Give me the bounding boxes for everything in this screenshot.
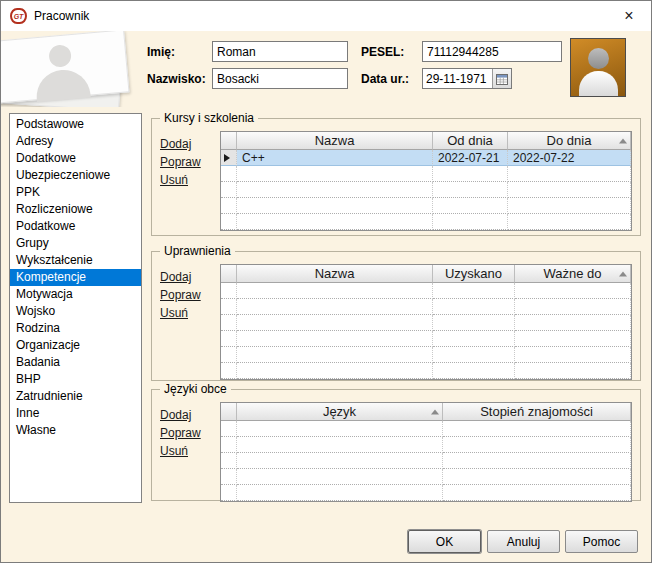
jezyki-popraw-link[interactable]: Popraw (160, 426, 201, 440)
imie-field[interactable] (212, 41, 348, 62)
grid-empty-cell (221, 299, 237, 315)
grid-empty-cell (221, 182, 237, 198)
column-header-jezyk[interactable]: Język (237, 403, 443, 421)
grid-empty-cell (237, 485, 443, 501)
grid-empty-cell (433, 331, 515, 347)
pomoc-button[interactable]: Pomoc (565, 530, 638, 553)
sidebar-item-organizacje[interactable]: Organizacje (10, 337, 141, 354)
sidebar-item-podstawowe[interactable]: Podstawowe (10, 116, 141, 133)
sidebar-item-rodzina[interactable]: Rodzina (10, 320, 141, 337)
grid-marker-header (221, 265, 237, 283)
record-marker-cell (221, 150, 237, 166)
grid-empty-row (221, 182, 631, 198)
sidebar-item-podatkowe[interactable]: Podatkowe (10, 218, 141, 235)
grid-empty-cell (237, 437, 443, 453)
grid-marker-header (221, 403, 237, 421)
jezyki-usun-link[interactable]: Usuń (160, 444, 201, 458)
sort-ascending-icon (619, 138, 627, 143)
grid-empty-cell (433, 198, 508, 214)
uprawnienia-dodaj-link[interactable]: Dodaj (160, 270, 201, 284)
jezyki-dodaj-link[interactable]: Dodaj (160, 408, 201, 422)
sidebar-item-wojsko[interactable]: Wojsko (10, 303, 141, 320)
date-picker-button[interactable] (492, 69, 511, 88)
sidebar-item-dodatkowe[interactable]: Dodatkowe (10, 150, 141, 167)
grid-empty-cell (433, 182, 508, 198)
grid-empty-cell (433, 363, 515, 379)
sidebar-item-adresy[interactable]: Adresy (10, 133, 141, 150)
grid-empty-cell (443, 469, 631, 485)
sidebar-item-bhp[interactable]: BHP (10, 371, 141, 388)
jezyki-grid[interactable]: Język Stopień znajomości (220, 402, 632, 502)
uprawnienia-popraw-link[interactable]: Popraw (160, 288, 201, 302)
grid-empty-cell (433, 283, 515, 299)
sidebar-item-ubezpieczeniowe[interactable]: Ubezpieczeniowe (10, 167, 141, 184)
sidebar-item-badania[interactable]: Badania (10, 354, 141, 371)
column-header-do-dnia[interactable]: Do dnia (508, 132, 631, 150)
sidebar-item-kompetencje[interactable]: Kompetencje (10, 269, 141, 286)
grid-empty-cell (221, 214, 237, 230)
column-header-nazwa[interactable]: Nazwa (237, 265, 433, 283)
kursy-usun-link[interactable]: Usuń (160, 173, 201, 187)
sidebar-item-zatrudnienie[interactable]: Zatrudnienie (10, 388, 141, 405)
record-marker-icon (224, 154, 230, 162)
grid-empty-cell (433, 214, 508, 230)
kursy-table-row[interactable]: C++ 2022-07-21 2022-07-22 (221, 150, 631, 166)
grid-empty-cell (237, 469, 443, 485)
grid-empty-cell (237, 331, 433, 347)
cell-od-dnia: 2022-07-21 (433, 150, 508, 166)
grid-empty-cell (237, 182, 433, 198)
sidebar-item-ppk[interactable]: PPK (10, 184, 141, 201)
imie-label: Imię: (147, 45, 175, 59)
column-header-wazne-do-label: Ważne do (543, 266, 601, 281)
column-header-od-dnia[interactable]: Od dnia (433, 132, 508, 150)
grid-empty-cell (237, 299, 433, 315)
jezyki-grid-header: Język Stopień znajomości (221, 403, 631, 421)
sidebar-item-motywacja[interactable]: Motywacja (10, 286, 141, 303)
silhouette-body (34, 68, 90, 103)
anuluj-button[interactable]: Anuluj (487, 530, 560, 553)
close-button[interactable]: × (614, 4, 644, 28)
sidebar-item-wlasne[interactable]: Własne (10, 422, 141, 439)
ok-button[interactable]: OK (408, 530, 481, 553)
grid-empty-row (221, 421, 631, 437)
sidebar-item-grupy[interactable]: Grupy (10, 235, 141, 252)
kursy-dodaj-link[interactable]: Dodaj (160, 137, 201, 151)
grid-empty-cell (443, 437, 631, 453)
jezyki-empty-rows (221, 421, 631, 501)
pesel-field[interactable] (422, 41, 562, 62)
nazwisko-field[interactable] (212, 68, 348, 89)
grid-empty-cell (433, 347, 515, 363)
kursy-grid-header: Nazwa Od dnia Do dnia (221, 132, 631, 150)
sidebar-item-wyksztalcenie[interactable]: Wykształcenie (10, 252, 141, 269)
insert-gt-logo-icon: GT (10, 8, 27, 24)
column-header-stopien-znajomosci[interactable]: Stopień znajomości (443, 403, 631, 421)
kursy-grid[interactable]: Nazwa Od dnia Do dnia C++ 2022-07-21 202… (220, 131, 632, 231)
column-header-jezyk-label: Język (323, 404, 356, 419)
grid-empty-row (221, 283, 631, 299)
uprawnienia-usun-link[interactable]: Usuń (160, 306, 201, 320)
grid-empty-cell (221, 485, 237, 501)
grid-empty-row (221, 331, 631, 347)
column-header-wazne-do[interactable]: Ważne do (515, 265, 631, 283)
grid-empty-cell (237, 363, 433, 379)
section-uprawnienia: Uprawnienia Dodaj Popraw Usuń Nazwa Uzys… (151, 251, 641, 381)
grid-empty-cell (237, 421, 443, 437)
sidebar-item-rozliczeniowe[interactable]: Rozliczeniowe (10, 201, 141, 218)
grid-empty-cell (443, 453, 631, 469)
photo-front-sheet (1, 31, 129, 104)
grid-empty-cell (237, 166, 433, 182)
titlebar: GT Pracownik × (1, 1, 651, 31)
grid-empty-cell (221, 198, 237, 214)
column-header-uzyskano[interactable]: Uzyskano (433, 265, 515, 283)
uprawnienia-actions: Dodaj Popraw Usuń (160, 270, 201, 320)
grid-empty-cell (221, 347, 237, 363)
jezyki-actions: Dodaj Popraw Usuń (160, 408, 201, 458)
grid-empty-cell (221, 331, 237, 347)
column-header-nazwa[interactable]: Nazwa (237, 132, 433, 150)
uprawnienia-grid[interactable]: Nazwa Uzyskano Ważne do (220, 264, 632, 380)
sidebar-item-inne[interactable]: Inne (10, 405, 141, 422)
grid-empty-row (221, 347, 631, 363)
grid-empty-cell (515, 363, 631, 379)
data-ur-field[interactable] (423, 69, 492, 88)
kursy-popraw-link[interactable]: Popraw (160, 155, 201, 169)
